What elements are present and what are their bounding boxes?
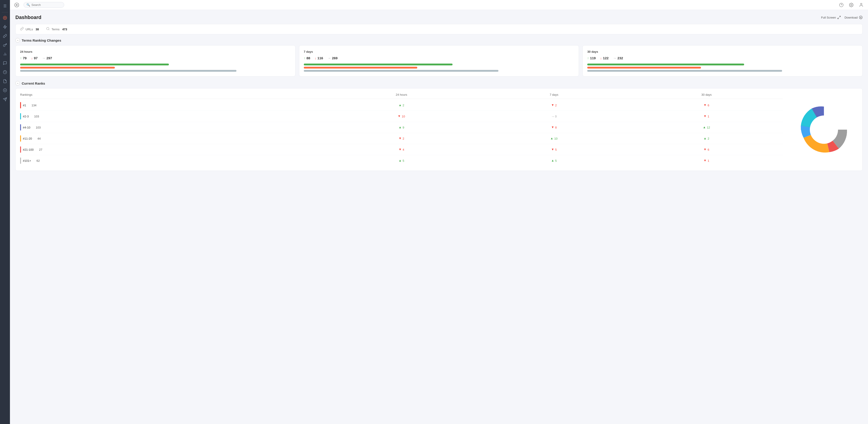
- change-30d-21100: 6: [630, 148, 783, 151]
- rank-cell-1: #1 134: [20, 102, 325, 108]
- up-value-30d: 119: [590, 56, 596, 60]
- terms-ranking-section: − Terms Ranking Changes 24 hours ↑ 79: [16, 38, 863, 77]
- rank-cell-23: #2-3 103: [20, 113, 325, 119]
- change-7d-1120: 10: [477, 137, 630, 140]
- rank-count-21100: 27: [39, 148, 42, 151]
- neutral-arrow-icon-30d: →: [613, 56, 616, 60]
- card-period-24h: 24 hours: [20, 50, 291, 53]
- rank-count-410: 103: [36, 126, 41, 129]
- terms-collapse-button[interactable]: −: [16, 38, 20, 43]
- card-stat-neutral-7d: → 269: [328, 56, 338, 60]
- page-actions: Full Screen Download: [821, 16, 863, 19]
- change-24h-21100: 4: [325, 148, 478, 151]
- settings-icon[interactable]: [848, 2, 855, 8]
- card-stats-30d: ↑ 119 ↓ 122 → 232: [587, 56, 858, 60]
- sidebar-item-launch[interactable]: [1, 95, 9, 104]
- neutral-value-24h: 297: [46, 56, 52, 60]
- card-bars-24h: [20, 63, 291, 72]
- svg-line-15: [839, 16, 841, 17]
- down-value-24h: 97: [34, 56, 38, 60]
- page-header: Dashboard Full Screen Download: [16, 15, 863, 20]
- terms-ranking-title: Terms Ranking Changes: [22, 38, 61, 42]
- help-icon[interactable]: [838, 2, 844, 8]
- urls-value: 38: [36, 28, 39, 31]
- donut-chart: [797, 103, 851, 157]
- ranks-container: Rankings 24 hours 7 days 30 days #1 134: [16, 88, 863, 171]
- sidebar-item-overview[interactable]: [1, 14, 9, 22]
- sidebar-item-messages[interactable]: [1, 59, 9, 67]
- down-value-7d: 116: [317, 56, 323, 60]
- card-stat-neutral-24h: → 297: [42, 56, 52, 60]
- main-area: 🔍 Dashboard: [10, 0, 868, 424]
- current-ranks-title: Current Ranks: [22, 81, 45, 85]
- content-area: Dashboard Full Screen Download: [10, 10, 868, 424]
- rank-label-21100: #21-100: [23, 148, 34, 151]
- down-value-30d: 122: [603, 56, 609, 60]
- up-arrow-icon: ↑: [20, 56, 22, 60]
- rank-count-1: 134: [31, 104, 36, 107]
- card-stat-down-7d: ↓ 116: [315, 56, 323, 60]
- table-row: #1 134 2 2 6: [20, 100, 783, 111]
- sidebar-item-keys[interactable]: [1, 41, 9, 49]
- change-24h-23: 10: [325, 115, 478, 118]
- sidebar-item-alerts[interactable]: [1, 23, 9, 31]
- change-7d-101plus: 5: [477, 159, 630, 163]
- search-box[interactable]: 🔍: [24, 2, 64, 8]
- sidebar-item-history[interactable]: [1, 68, 9, 76]
- down-arrow-icon-7d: ↓: [315, 56, 316, 60]
- user-icon[interactable]: [858, 2, 864, 8]
- card-stat-up-24h: ↑ 79: [20, 56, 27, 60]
- search-icon: 🔍: [26, 3, 30, 6]
- change-7d-21100: 5: [477, 148, 630, 151]
- app-layout: ☰: [0, 0, 868, 424]
- download-label: Download: [844, 16, 858, 19]
- table-row: #21-100 27 4 5 6: [20, 144, 783, 155]
- sidebar-item-reports[interactable]: [1, 77, 9, 85]
- svg-point-14: [861, 3, 862, 5]
- sidebar-menu-icon[interactable]: ☰: [1, 2, 9, 10]
- down-arrow-icon: ↓: [31, 56, 33, 60]
- search-input[interactable]: [31, 3, 61, 6]
- table-row: #2-3 103 10 → 0 1: [20, 111, 783, 122]
- bar-green-7d: [304, 63, 453, 65]
- rank-indicator-21100: [20, 146, 21, 153]
- bar-green-24h: [20, 63, 169, 65]
- col-header-24h: 24 hours: [325, 93, 478, 96]
- card-period-7d: 7 days: [304, 50, 575, 53]
- change-24h-1: 2: [325, 104, 478, 107]
- up-arrow-icon-30d: ↑: [587, 56, 589, 60]
- rank-indicator-1: [20, 102, 21, 108]
- rank-label-410: #4-10: [23, 126, 30, 129]
- bar-gray-24h: [20, 70, 237, 72]
- change-30d-410: 12: [630, 126, 783, 129]
- fullscreen-button[interactable]: Full Screen: [821, 16, 841, 19]
- rank-cell-410: #4-10 103: [20, 124, 325, 131]
- card-stats-24h: ↑ 79 ↓ 97 → 297: [20, 56, 291, 60]
- topbar-actions: [838, 2, 864, 8]
- table-row: #11-20 44 2 10 2: [20, 133, 783, 144]
- rank-count-23: 103: [34, 115, 39, 118]
- up-value-24h: 79: [23, 56, 27, 60]
- change-30d-23: 1: [630, 115, 783, 118]
- card-stats-7d: ↑ 88 ↓ 116 → 269: [304, 56, 575, 60]
- change-30d-1: 6: [630, 104, 783, 107]
- sidebar-item-charts[interactable]: [1, 50, 9, 58]
- topbar: 🔍: [10, 0, 868, 10]
- change-7d-23: → 0: [477, 115, 630, 118]
- ranks-collapse-button[interactable]: −: [16, 81, 20, 86]
- sidebar-item-add[interactable]: [1, 86, 9, 94]
- ranking-card-7d: 7 days ↑ 88 ↓ 116 →: [299, 45, 579, 77]
- stat-terms: Terms 473: [46, 27, 67, 31]
- rank-indicator-101plus: [20, 158, 21, 164]
- current-ranks-header: − Current Ranks: [16, 81, 863, 86]
- bar-green-30d: [587, 63, 744, 65]
- change-24h-410: 9: [325, 126, 478, 129]
- card-bars-7d: [304, 63, 575, 72]
- sidebar-divider-1: [2, 12, 8, 12]
- sidebar-item-links[interactable]: [1, 32, 9, 40]
- svg-point-9: [15, 3, 19, 7]
- rank-label-1120: #11-20: [23, 137, 32, 140]
- download-button[interactable]: Download: [844, 16, 863, 19]
- urls-label: URLs: [26, 28, 33, 31]
- svg-point-10: [16, 4, 18, 6]
